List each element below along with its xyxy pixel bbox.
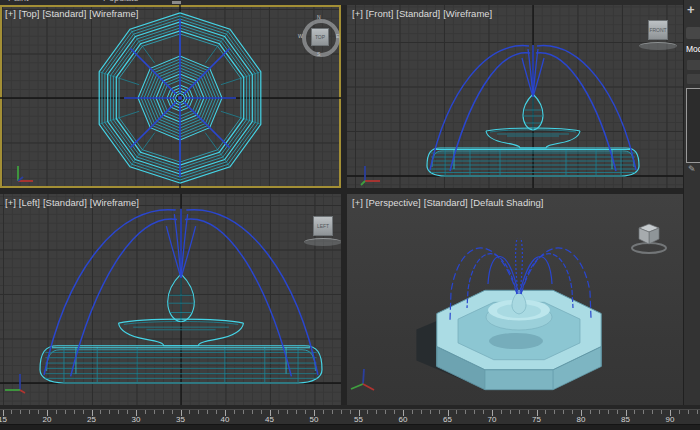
timeline-frame-label: 15 [0,415,7,424]
viewport-menu-pov[interactable]: [Perspective] [366,197,421,208]
timeline-frame-label: 65 [443,415,452,424]
timeline-frame-label: 25 [87,415,96,424]
ribbon-dropdown-icon[interactable] [172,1,181,4]
viewport-menu-general[interactable]: [+] [352,197,363,208]
timeline-frame-label: 55 [354,415,363,424]
viewcube-ring[interactable] [639,42,677,50]
viewport-menu-perview[interactable]: [Standard] [396,8,440,19]
timeline-frame-label: 35 [176,415,185,424]
timeline-tick [688,410,689,414]
front-view-canvas[interactable] [347,5,683,188]
viewport-menu-shading[interactable]: [Wireframe] [89,8,138,19]
modifier-list-button[interactable] [687,60,700,70]
viewport-menu-pov[interactable]: [Left] [19,197,40,208]
viewcube[interactable]: FRONT [639,20,677,50]
top-view-canvas[interactable] [0,5,341,188]
timeline-tick [572,410,573,414]
viewport-top[interactable]: [+][Top][Standard][Wireframe] TOP N E S … [0,5,341,188]
viewcube-cube[interactable]: LEFT [313,216,333,236]
timeline-tick [252,410,253,414]
timeline-tick [56,410,57,414]
timeline-frame-label: 20 [43,415,52,424]
object-name-field[interactable] [686,27,700,39]
viewport-perspective[interactable]: [+][Perspective][Standard][Default Shadi… [347,194,683,405]
timeline-tick [697,410,698,414]
viewport-front[interactable]: [+][Front][Standard][Wireframe] FRONT [347,5,683,188]
timeline-tick [100,410,101,414]
timeline-tick [599,410,600,414]
timeline-frame-label: 45 [265,415,274,424]
viewport-front-label: [+][Front][Standard][Wireframe] [352,8,495,19]
timeline-tick [652,410,653,414]
ribbon-tab-populate[interactable]: Populate [103,0,139,3]
viewcube-cube[interactable]: TOP [311,28,329,46]
viewcube-cube[interactable]: FRONT [648,20,668,40]
timeline-tick [332,410,333,414]
timeline-tick [563,410,564,414]
timeline-tick [323,410,324,414]
timeline-tick [608,410,609,414]
timeline-tick [118,410,119,414]
3dsmax-window: Paint Populate [+][Top][Standard][Wirefr… [0,0,700,430]
viewport-left-label: [+][Left][Standard][Wireframe] [5,197,142,208]
timeline-tick [350,410,351,414]
timeline-tick [243,410,244,414]
timeline-tick [376,410,377,414]
timeline-frame-label: 75 [532,415,541,424]
timeline-tick [29,410,30,414]
timeline-tick [83,410,84,414]
timeline-tick [216,410,217,414]
timeline-tick [590,410,591,414]
viewport-menu-pov[interactable]: [Front] [366,8,393,19]
pin-stack-icon[interactable]: ✎ [688,164,696,174]
timeline-tick [341,410,342,414]
viewport-menu-general[interactable]: [+] [5,8,16,19]
viewport-menu-perview[interactable]: [Standard] [424,197,468,208]
timeline-tick [634,410,635,414]
viewport-menu-general[interactable]: [+] [352,8,363,19]
timeline-frame-label: 80 [577,415,586,424]
viewport-menu-shading[interactable]: [Wireframe] [443,8,492,19]
timeline-tick [163,410,164,414]
timeline-tick [261,410,262,414]
compass-north-label: N [317,14,321,20]
viewport-menu-perview[interactable]: [Standard] [42,8,86,19]
timeline-tick [145,410,146,414]
timeline-tick [661,410,662,414]
timeline-tick [20,410,21,414]
timeline-tick [679,410,680,414]
viewport-menu-shading[interactable]: [Default Shading] [471,197,544,208]
left-view-canvas[interactable] [0,194,341,405]
track-bar: 15202530354045505560657075808590 [0,405,700,430]
timeline-tick [456,410,457,414]
timeline-tick [474,410,475,414]
viewcube[interactable]: LEFT [304,216,341,246]
compass-east-label: E [336,33,339,39]
timeline-tick [109,410,110,414]
timeline-tick [189,410,190,414]
modifier-set-button[interactable] [687,74,700,84]
timeline-tick [127,410,128,414]
viewport-left[interactable]: [+][Left][Standard][Wireframe] LEFT [0,194,341,405]
timeline-tick [421,410,422,414]
tab-modify[interactable]: Modi [686,44,700,54]
compass-south-label: S [317,51,320,57]
viewport-menu-perview[interactable]: [Standard] [43,197,87,208]
viewcube-ring[interactable] [304,238,341,246]
timeline-tick [65,410,66,414]
modifier-stack-list[interactable] [686,88,700,163]
timeline-tick [154,410,155,414]
viewport-menu-pov[interactable]: [Top] [19,8,40,19]
time-ruler[interactable]: 15202530354045505560657075808590 [0,409,700,425]
timeline-tick [11,410,12,414]
viewcube[interactable] [625,220,675,256]
viewport-perspective-label: [+][Perspective][Standard][Default Shadi… [352,197,546,208]
timeline-frame-label: 90 [666,415,675,424]
viewcube[interactable]: TOP N E S W [300,17,341,59]
ribbon-tab-paint[interactable]: Paint [8,0,29,3]
timeline-tick [643,410,644,414]
viewport-menu-shading[interactable]: [Wireframe] [90,197,139,208]
viewport-menu-general[interactable]: [+] [5,197,16,208]
timeline-tick [385,410,386,414]
add-tab-icon[interactable]: + [687,2,695,17]
